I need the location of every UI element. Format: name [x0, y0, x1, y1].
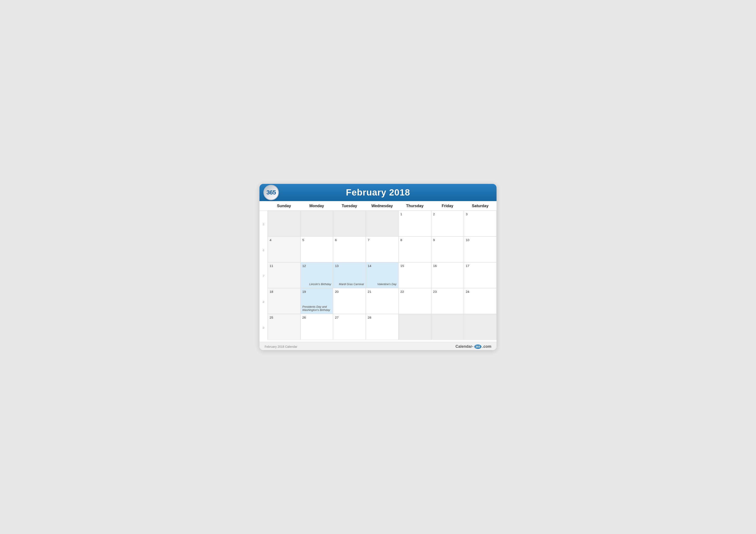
cell-date: 16 — [433, 264, 462, 267]
day-header-friday: Friday — [431, 201, 464, 210]
calendar-cell — [300, 211, 333, 237]
cell-event: Presidents Day and Washington's Birthday — [302, 305, 333, 312]
calendar-cell — [398, 314, 431, 340]
calendar-cell: 13Mardi Gras Carnival — [333, 262, 366, 288]
calendar-cell: 2 — [431, 211, 464, 237]
calendar-cell: 24 — [464, 288, 497, 314]
cell-date: 20 — [335, 290, 364, 293]
calendar-cell: 8 — [398, 237, 431, 262]
calendar-cell: 20 — [333, 288, 366, 314]
cell-date: 24 — [466, 290, 495, 293]
calendar-cell: 3 — [464, 211, 497, 237]
footer-logo-prefix: Calendar- — [456, 344, 473, 349]
cell-date: 5 — [302, 238, 331, 242]
day-header-wednesday: Wednesday — [366, 201, 398, 210]
week-num-header-empty — [259, 201, 268, 210]
cell-date: 28 — [368, 316, 396, 319]
day-header-tuesday: Tuesday — [333, 201, 366, 210]
calendar-cell: 25 — [268, 314, 300, 340]
calendar-cell: 11 — [268, 262, 300, 288]
calendar-cell — [366, 211, 398, 237]
calendar-cell: 28 — [366, 314, 398, 340]
calendar-cell: 10 — [464, 237, 497, 262]
calendar-cell: 19Presidents Day and Washington's Birthd… — [300, 288, 333, 314]
cell-date: 9 — [433, 238, 462, 242]
calendar-cell: 6 — [333, 237, 366, 262]
calendar-cell: 12Lincoln's Birthday — [300, 262, 333, 288]
cell-date: 17 — [466, 264, 495, 267]
cell-date: 10 — [466, 238, 495, 242]
calendar-cell: 26 — [300, 314, 333, 340]
week-num: 8 — [259, 288, 268, 314]
footer-logo-suffix: .com — [482, 344, 491, 349]
cell-date: 25 — [270, 316, 298, 319]
day-header-saturday: Saturday — [464, 201, 497, 210]
week-num: 9 — [259, 314, 268, 340]
day-header-sunday: Sunday — [268, 201, 300, 210]
calendar-cell: 21 — [366, 288, 398, 314]
calendar-header: 365 February 2018 — [259, 184, 497, 201]
cell-date: 11 — [270, 264, 298, 267]
calendar-cell: 17 — [464, 262, 497, 288]
cell-date: 12 — [302, 264, 331, 267]
calendar-cell: 15 — [398, 262, 431, 288]
footer-bar: February 2018 Calendar Calendar-365.com — [259, 342, 497, 350]
day-headers-row: SundayMondayTuesdayWednesdayThursdayFrid… — [259, 201, 497, 211]
footer-logo-365: 365 — [474, 344, 481, 349]
calendar-cell: 27 — [333, 314, 366, 340]
calendar-cell: 1 — [398, 211, 431, 237]
day-header-thursday: Thursday — [398, 201, 431, 210]
week-num: 5 — [259, 211, 268, 237]
footer-logo: Calendar-365.com — [456, 344, 491, 349]
calendar-cell — [268, 211, 300, 237]
week-num: 6 — [259, 237, 268, 262]
cell-date: 18 — [270, 290, 298, 293]
cell-date: 27 — [335, 316, 364, 319]
calendar-cell — [431, 314, 464, 340]
calendar-cell: 18 — [268, 288, 300, 314]
footer-left-text: February 2018 Calendar — [265, 345, 297, 348]
cell-event: Lincoln's Birthday — [309, 283, 331, 286]
logo-circle: 365 — [263, 185, 279, 200]
cell-date: 4 — [270, 238, 298, 242]
cell-event: Mardi Gras Carnival — [339, 283, 364, 286]
cell-date: 13 — [335, 264, 364, 267]
calendar-body: SundayMondayTuesdayWednesdayThursdayFrid… — [259, 201, 497, 342]
calendar-cell: 7 — [366, 237, 398, 262]
cell-date: 1 — [400, 212, 429, 216]
calendar-cell: 22 — [398, 288, 431, 314]
calendar-container: 365 February 2018 SundayMondayTuesdayWed… — [259, 184, 497, 350]
cell-date: 23 — [433, 290, 462, 293]
calendar-cell: 5 — [300, 237, 333, 262]
cell-date: 14 — [368, 264, 396, 267]
calendar-cell: 23 — [431, 288, 464, 314]
calendar-cell: 9 — [431, 237, 464, 262]
cell-date: 21 — [368, 290, 396, 293]
calendar-cell: 16 — [431, 262, 464, 288]
calendar-cell: 4 — [268, 237, 300, 262]
week-num: 7 — [259, 262, 268, 288]
cell-date: 8 — [400, 238, 429, 242]
cell-date: 2 — [433, 212, 462, 216]
cell-date: 3 — [466, 212, 495, 216]
day-header-monday: Monday — [300, 201, 333, 210]
cell-date: 19 — [302, 290, 331, 293]
cell-event: Valentine's Day — [377, 283, 396, 286]
cell-date: 22 — [400, 290, 429, 293]
calendar-cell: 14Valentine's Day — [366, 262, 398, 288]
cell-date: 26 — [302, 316, 331, 319]
calendar-grid: 512364567891071112Lincoln's Birthday13Ma… — [259, 211, 497, 340]
calendar-title: February 2018 — [266, 187, 490, 198]
cell-date: 6 — [335, 238, 364, 242]
cell-date: 7 — [368, 238, 396, 242]
calendar-cell — [333, 211, 366, 237]
calendar-cell — [464, 314, 497, 340]
cell-date: 15 — [400, 264, 429, 267]
